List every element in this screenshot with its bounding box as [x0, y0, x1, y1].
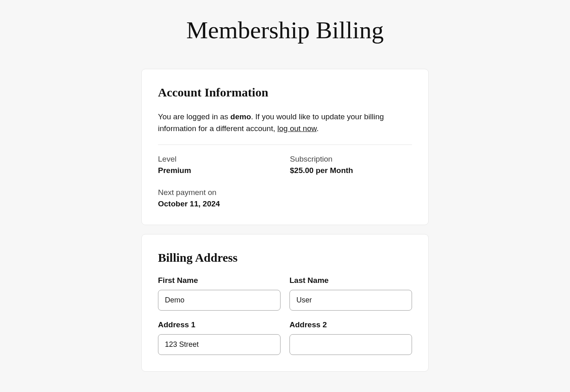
address2-field-group: Address 2: [289, 320, 412, 355]
address1-label: Address 1: [158, 320, 281, 329]
last-name-field-group: Last Name: [289, 276, 412, 311]
level-info: Level Premium: [158, 155, 280, 175]
subscription-label: Subscription: [290, 155, 412, 164]
billing-address-title: Billing Address: [158, 251, 412, 265]
first-name-field-group: First Name: [158, 276, 281, 311]
last-name-input[interactable]: [289, 290, 412, 311]
logout-link[interactable]: log out now: [277, 124, 316, 133]
subscription-value: $25.00 per Month: [290, 166, 412, 175]
address1-field-group: Address 1: [158, 320, 281, 355]
subscription-info: Subscription $25.00 per Month: [290, 155, 412, 175]
account-info-grid: Level Premium Subscription $25.00 per Mo…: [158, 155, 412, 208]
page-container: Membership Billing Account Information Y…: [94, 16, 476, 372]
address2-label: Address 2: [289, 320, 412, 329]
first-name-label: First Name: [158, 276, 281, 285]
address1-input[interactable]: [158, 334, 281, 355]
logged-in-end: .: [316, 124, 318, 133]
page-title: Membership Billing: [94, 16, 476, 44]
address2-input[interactable]: [289, 334, 412, 355]
first-name-input[interactable]: [158, 290, 281, 311]
level-label: Level: [158, 155, 280, 164]
level-value: Premium: [158, 166, 280, 175]
logged-in-message: You are logged in as demo. If you would …: [158, 111, 412, 135]
next-payment-label: Next payment on: [158, 188, 280, 197]
account-information-card: Account Information You are logged in as…: [141, 69, 429, 225]
next-payment-info: Next payment on October 11, 2024: [158, 188, 280, 208]
billing-address-card: Billing Address First Name Last Name Add…: [141, 234, 429, 372]
account-info-title: Account Information: [158, 85, 412, 99]
billing-form-grid: First Name Last Name Address 1 Address 2: [158, 276, 412, 355]
username: demo: [230, 112, 251, 121]
logged-in-prefix: You are logged in as: [158, 112, 230, 121]
divider: [158, 145, 412, 145]
last-name-label: Last Name: [289, 276, 412, 285]
next-payment-value: October 11, 2024: [158, 199, 280, 208]
